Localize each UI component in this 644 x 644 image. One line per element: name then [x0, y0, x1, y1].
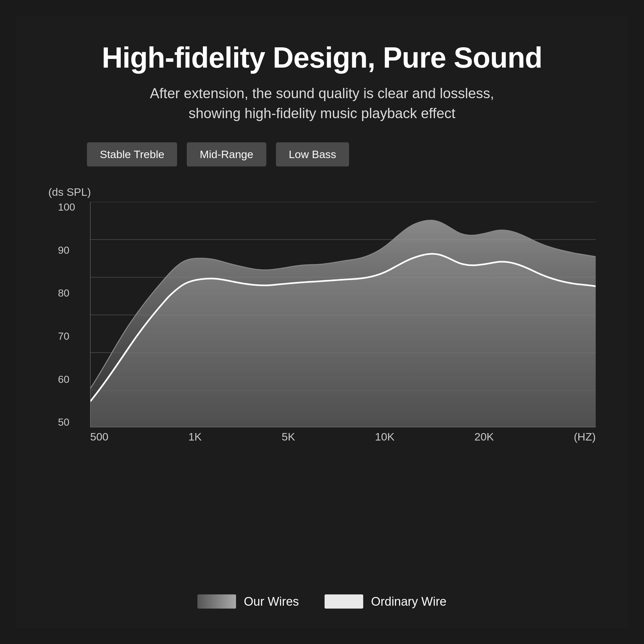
badge-mid-range: Mid-Range — [187, 142, 266, 166]
badge-low-bass: Low Bass — [276, 142, 349, 166]
x-axis: 500 1K 5K 10K 20K (HZ) — [90, 431, 596, 443]
y-axis-label: (ds SPL) — [48, 186, 91, 198]
legend-label-our-wires: Our Wires — [244, 595, 299, 609]
legend-swatch-our-wires — [197, 594, 236, 609]
chart-area: 100 90 80 70 60 50 — [90, 202, 596, 427]
badge-stable-treble: Stable Treble — [87, 142, 177, 166]
legend-swatch-ordinary-wire — [325, 594, 363, 609]
x-unit: (HZ) — [574, 431, 596, 443]
chart-container: (ds SPL) 100 90 80 70 60 50 — [48, 189, 596, 575]
page-title: High-fidelity Design, Pure Sound — [102, 42, 542, 74]
y-tick-60: 60 — [58, 374, 75, 384]
legend-item-ordinary-wire: Ordinary Wire — [325, 594, 446, 609]
y-axis-ticks: 100 90 80 70 60 50 — [58, 202, 75, 427]
subtitle: After extension, the sound quality is cl… — [150, 83, 494, 123]
x-tick-5k: 5K — [282, 431, 295, 443]
chart-svg — [90, 202, 596, 427]
x-tick-20k: 20K — [474, 431, 494, 443]
x-tick-10k: 10K — [375, 431, 395, 443]
y-tick-70: 70 — [58, 331, 75, 341]
legend: Our Wires Ordinary Wire — [197, 594, 446, 609]
subtitle-line2: showing high-fidelity music playback eff… — [189, 105, 455, 121]
legend-item-our-wires: Our Wires — [197, 594, 299, 609]
y-tick-80: 80 — [58, 288, 75, 298]
legend-label-ordinary-wire: Ordinary Wire — [371, 595, 446, 609]
x-tick-500: 500 — [90, 431, 109, 443]
subtitle-line1: After extension, the sound quality is cl… — [150, 85, 494, 101]
y-tick-90: 90 — [58, 245, 75, 255]
y-tick-50: 50 — [58, 417, 75, 427]
x-tick-1k: 1K — [188, 431, 202, 443]
badges-container: Stable Treble Mid-Range Low Bass — [87, 142, 349, 166]
y-tick-100: 100 — [58, 202, 75, 212]
main-container: High-fidelity Design, Pure Sound After e… — [16, 16, 628, 628]
